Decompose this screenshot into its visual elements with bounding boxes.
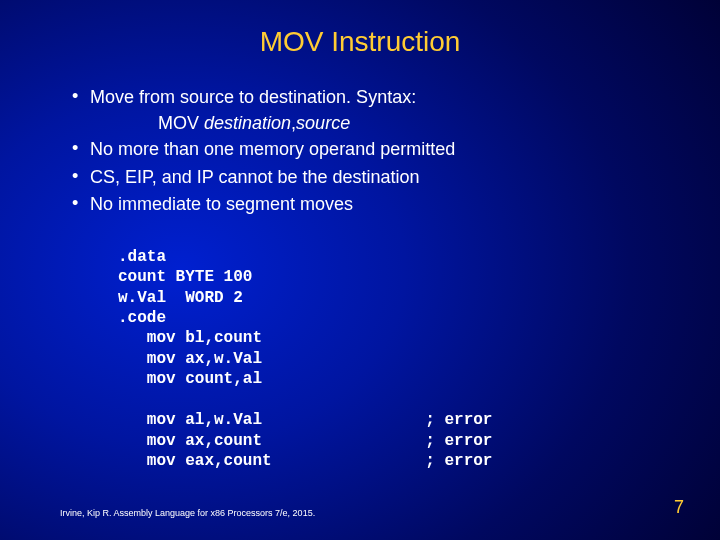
bullet-marker: • bbox=[72, 138, 90, 161]
bullet-marker: • bbox=[72, 166, 90, 189]
bullet-text: No more than one memory operand permitte… bbox=[90, 138, 455, 161]
syntax-mov: MOV bbox=[158, 113, 204, 133]
footer-citation: Irvine, Kip R. Assembly Language for x86… bbox=[60, 508, 315, 518]
syntax-destination: destination bbox=[204, 113, 291, 133]
bullet-text: Move from source to destination. Syntax: bbox=[90, 86, 416, 109]
bullet-marker: • bbox=[72, 86, 90, 109]
page-title: MOV Instruction bbox=[0, 0, 720, 86]
content-area: • Move from source to destination. Synta… bbox=[0, 86, 720, 472]
code-block: .data count BYTE 100 w.Val WORD 2 .code … bbox=[72, 221, 660, 472]
bullet-item-4: • No immediate to segment moves bbox=[72, 193, 660, 216]
bullet-item-2: • No more than one memory operand permit… bbox=[72, 138, 660, 161]
syntax-source: source bbox=[296, 113, 350, 133]
bullet-marker: • bbox=[72, 193, 90, 216]
syntax-line: MOV destination,source bbox=[72, 113, 660, 134]
bullet-item-1: • Move from source to destination. Synta… bbox=[72, 86, 660, 109]
bullet-item-3: • CS, EIP, and IP cannot be the destinat… bbox=[72, 166, 660, 189]
bullet-text: No immediate to segment moves bbox=[90, 193, 353, 216]
bullet-text: CS, EIP, and IP cannot be the destinatio… bbox=[90, 166, 420, 189]
page-number: 7 bbox=[674, 497, 684, 518]
